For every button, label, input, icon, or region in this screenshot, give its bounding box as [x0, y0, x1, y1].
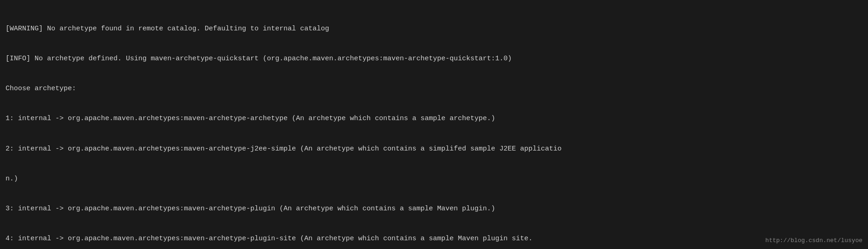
- line-8: 4: internal -> org.apache.maven.archetyp…: [6, 234, 862, 244]
- line-4: 1: internal -> org.apache.maven.archetyp…: [6, 114, 862, 124]
- line-5: 2: internal -> org.apache.maven.archetyp…: [6, 144, 862, 154]
- line-2: [INFO] No archetype defined. Using maven…: [6, 54, 862, 64]
- line-1: [WARNING] No archetype found in remote c…: [6, 24, 862, 34]
- line-6: n.): [6, 174, 862, 184]
- line-3: Choose archetype:: [6, 84, 862, 94]
- terminal-output: [WARNING] No archetype found in remote c…: [6, 4, 862, 249]
- line-7: 3: internal -> org.apache.maven.archetyp…: [6, 204, 862, 214]
- watermark-text: http://blog.csdn.net/lusyoe: [765, 237, 862, 245]
